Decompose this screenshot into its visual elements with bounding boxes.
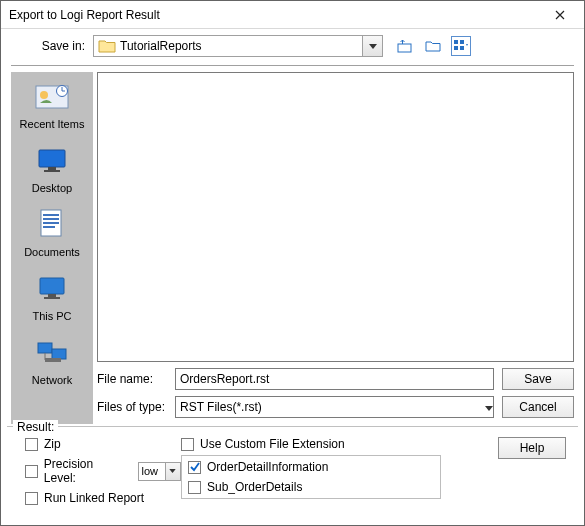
svg-rect-17 (48, 294, 56, 297)
report-2-label: Sub_OrderDetails (207, 480, 302, 494)
save-in-row: Save in: TutorialReports (1, 29, 584, 61)
window-title: Export to Logi Report Result (9, 8, 542, 22)
report-suborderdetails-checkbox[interactable]: Sub_OrderDetails (188, 480, 434, 494)
run-linked-label: Run Linked Report (44, 491, 144, 505)
precision-combo[interactable]: low (138, 462, 181, 481)
sidebar-item-label: Network (32, 374, 72, 386)
svg-rect-12 (43, 214, 59, 216)
sidebar-item-label: This PC (32, 310, 71, 322)
svg-rect-8 (39, 150, 65, 167)
folder-icon (98, 38, 116, 54)
new-folder-button[interactable] (423, 36, 443, 56)
report-1-label: OrderDetailInformation (207, 460, 328, 474)
cancel-button[interactable]: Cancel (502, 396, 574, 418)
use-custom-ext-checkbox[interactable]: Use Custom File Extension (181, 437, 492, 451)
file-type-combo[interactable]: RST Files(*.rst) (175, 396, 494, 418)
sidebar-item-label: Desktop (32, 182, 72, 194)
save-button[interactable]: Save (502, 368, 574, 390)
svg-rect-9 (48, 167, 56, 170)
precision-checkbox[interactable] (25, 465, 38, 478)
zip-label: Zip (44, 437, 61, 451)
file-name-input[interactable]: OrdersReport.rst (175, 368, 494, 390)
svg-rect-4 (460, 46, 464, 50)
checkbox-icon (188, 481, 201, 494)
precision-value: low (139, 465, 165, 477)
chevron-down-icon[interactable] (485, 400, 493, 414)
svg-rect-14 (43, 222, 59, 224)
file-name-value: OrdersReport.rst (180, 372, 489, 386)
svg-rect-18 (44, 297, 60, 299)
checkbox-icon (188, 461, 201, 474)
help-button[interactable]: Help (498, 437, 566, 459)
save-in-combo[interactable]: TutorialReports (93, 35, 383, 57)
run-linked-checkbox[interactable]: Run Linked Report (25, 491, 181, 505)
sidebar-item-thispc[interactable]: This PC (15, 268, 89, 324)
sidebar-item-label: Documents (24, 246, 80, 258)
svg-rect-2 (460, 40, 464, 44)
checkbox-icon (25, 438, 38, 451)
view-menu-button[interactable] (451, 36, 471, 56)
precision-row: Precision Level: low (25, 457, 181, 485)
file-type-label: Files of type: (97, 400, 175, 414)
svg-rect-20 (52, 349, 66, 359)
sidebar-item-recent[interactable]: Recent Items (15, 76, 89, 132)
svg-rect-1 (454, 40, 458, 44)
file-name-label: File name: (97, 372, 175, 386)
checkbox-icon (181, 438, 194, 451)
desktop-icon (34, 144, 70, 178)
divider (11, 65, 574, 66)
places-sidebar: Recent Items Desktop Docume (11, 72, 93, 424)
svg-rect-15 (43, 226, 55, 228)
zip-checkbox[interactable]: Zip (25, 437, 181, 451)
documents-icon (34, 208, 70, 242)
window-titlebar: Export to Logi Report Result (1, 1, 584, 29)
use-custom-ext-label: Use Custom File Extension (200, 437, 345, 451)
result-group: Result: Zip Precision Level: low Run Lin… (7, 426, 578, 507)
save-in-value: TutorialReports (120, 39, 362, 53)
sidebar-item-network[interactable]: Network (15, 332, 89, 388)
file-list[interactable] (97, 72, 574, 362)
recent-icon (34, 80, 70, 114)
result-legend: Result: (13, 420, 58, 434)
checkbox-icon (25, 492, 38, 505)
chevron-down-icon[interactable] (362, 36, 382, 56)
network-icon (34, 336, 70, 370)
svg-rect-16 (40, 278, 64, 294)
file-type-value: RST Files(*.rst) (180, 400, 485, 414)
close-button[interactable] (542, 4, 578, 26)
sidebar-item-desktop[interactable]: Desktop (15, 140, 89, 196)
sidebar-item-documents[interactable]: Documents (15, 204, 89, 260)
svg-rect-0 (398, 44, 411, 52)
precision-label: Precision Level: (44, 457, 128, 485)
svg-rect-10 (44, 170, 60, 172)
chevron-down-icon[interactable] (165, 463, 180, 480)
svg-point-6 (40, 91, 48, 99)
svg-rect-19 (38, 343, 52, 353)
this-pc-icon (34, 272, 70, 306)
svg-rect-3 (454, 46, 458, 50)
save-in-label: Save in: (11, 39, 93, 53)
sidebar-item-label: Recent Items (20, 118, 85, 130)
report-orderdetailinformation-checkbox[interactable]: OrderDetailInformation (188, 460, 434, 474)
up-one-level-button[interactable] (395, 36, 415, 56)
svg-rect-13 (43, 218, 59, 220)
